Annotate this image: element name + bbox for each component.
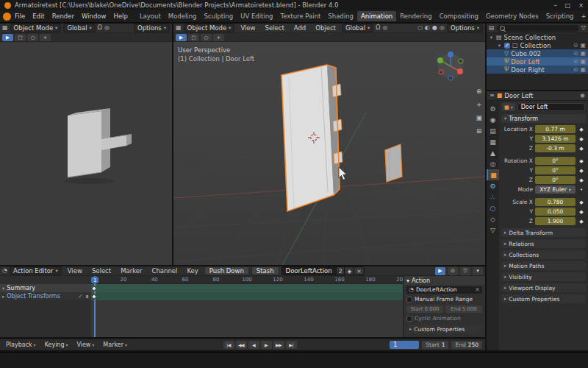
tab-scene[interactable]: ▲ xyxy=(487,147,499,158)
shading-material-icon[interactable]: ● xyxy=(432,25,437,31)
object-name-field[interactable]: Door Left xyxy=(517,103,585,111)
section-motion-paths[interactable]: ▸Motion Paths xyxy=(501,261,586,270)
channel-object-transforms[interactable]: ▸ Object Transforms ✓ ∎ xyxy=(0,292,91,300)
door-right-object[interactable] xyxy=(385,144,402,182)
workspace-tab-sculpting[interactable]: Sculpting xyxy=(200,11,237,21)
filter-funnel-icon[interactable]: ▽ xyxy=(581,25,586,31)
section-visibility[interactable]: ▸Visibility xyxy=(501,272,586,281)
tab-constraints[interactable]: ◇ xyxy=(487,213,499,224)
outliner-row-cube[interactable]: ▽ Cube.002 ⊙ ▣ xyxy=(487,49,588,57)
workspace-tab-rendering[interactable]: Rendering xyxy=(396,11,435,21)
fake-user-icon[interactable]: ◈ xyxy=(345,266,354,275)
viewport-right[interactable]: ▦ Object Mode View Select Add Object Glo… xyxy=(173,24,485,265)
section-collections[interactable]: ▸Collections xyxy=(501,250,586,259)
menu-view[interactable]: View xyxy=(237,24,259,32)
location-y-field[interactable]: 3.1426 m xyxy=(535,135,576,143)
zoom-icon[interactable]: ⊕ xyxy=(476,88,482,95)
rotation-z-field[interactable]: 0° xyxy=(535,176,576,184)
menu-playback[interactable]: Playback xyxy=(3,342,39,348)
tool-box-select-icon[interactable]: □ xyxy=(15,34,26,41)
mode-dropdown-right[interactable]: Object Mode xyxy=(184,24,235,32)
jump-to-end-button[interactable]: ▶| xyxy=(286,341,297,349)
hide-eye-icon[interactable]: ⊙ xyxy=(573,51,578,57)
channel-lock-icon[interactable]: ∎ xyxy=(85,294,89,300)
outliner-row-scene-collection[interactable]: ▾ ▤ Scene Collection xyxy=(487,33,588,41)
menu-keying[interactable]: Keying xyxy=(42,342,71,348)
tool-circle-select-icon[interactable]: ○ xyxy=(201,34,212,41)
tool-move-icon[interactable]: + xyxy=(213,34,224,41)
maximize-button[interactable]: □ xyxy=(565,2,571,9)
editor-type-icon-viewport[interactable]: ▦ xyxy=(2,25,8,31)
menu-edit[interactable]: Edit xyxy=(29,13,48,20)
action-panel-header[interactable]: ▾ Action xyxy=(404,276,485,285)
rotation-y-field[interactable]: 0° xyxy=(535,166,576,174)
tool-tweak-select-icon[interactable]: ▶ xyxy=(2,34,13,41)
keyframe-diamond-icon[interactable]: ◆ xyxy=(578,209,585,215)
menu-view[interactable]: View xyxy=(74,342,97,348)
section-relations[interactable]: ▸Relations xyxy=(501,239,586,248)
menu-object[interactable]: Object xyxy=(312,24,340,32)
disable-render-icon[interactable]: ▣ xyxy=(580,59,586,65)
tab-object-data[interactable]: ▽ xyxy=(487,224,499,236)
channel-enable-icon[interactable]: ✓ xyxy=(78,294,83,300)
tab-view-layer[interactable]: ▦ xyxy=(487,136,499,147)
snap-magnet-icon-right[interactable]: Ω xyxy=(376,25,380,31)
shading-solid-icon[interactable]: ◐ xyxy=(425,25,430,31)
tab-modifiers[interactable]: ⚙ xyxy=(487,180,499,191)
menu-marker[interactable]: Marker xyxy=(100,342,130,348)
workspace-tab-texture-paint[interactable]: Texture Paint xyxy=(277,11,325,21)
play-button[interactable]: ▶ xyxy=(261,341,272,349)
menu-select[interactable]: Select xyxy=(262,24,288,32)
transform-panel-header[interactable]: ▾ Transform xyxy=(501,114,586,123)
current-frame-badge[interactable]: 1 xyxy=(91,277,98,283)
frame-end-field[interactable]: End250 xyxy=(451,341,482,349)
section-custom-properties-sidebar[interactable]: ▸Custom Properties xyxy=(406,325,482,333)
frame-range-start-field[interactable]: Start0.000 xyxy=(406,305,443,313)
jump-to-start-button[interactable]: |◀ xyxy=(223,341,234,349)
tab-physics[interactable]: ○ xyxy=(487,202,499,213)
workspace-tab-modeling[interactable]: Modeling xyxy=(165,11,201,21)
menu-render[interactable]: Render xyxy=(49,13,78,20)
proportional-edit-icon-right[interactable]: ◎ xyxy=(382,25,387,31)
previous-keyframe-button[interactable]: ◀◀ xyxy=(236,341,247,349)
editor-type-icon-viewport[interactable]: ▦ xyxy=(176,25,182,31)
outliner-row-collection[interactable]: ▾ ✓ □ Collection ⊙ ▣ xyxy=(487,41,588,49)
action-name-field[interactable]: DoorLeftAction xyxy=(282,266,337,275)
shading-wireframe-icon[interactable]: ○ xyxy=(417,25,423,31)
workspace-tab-animation[interactable]: Animation xyxy=(357,11,396,21)
viewport-right-canvas[interactable] xyxy=(173,42,485,265)
keyframe-diamond-icon[interactable]: ◆ xyxy=(578,177,585,183)
menu-add[interactable]: Add xyxy=(290,24,309,32)
tool-box-select-icon[interactable]: □ xyxy=(188,34,199,41)
menu-marker[interactable]: Marker xyxy=(117,267,146,275)
object-type-selector[interactable]: ■ xyxy=(502,103,515,111)
workspace-tab-compositing[interactable]: Compositing xyxy=(436,11,482,21)
filter-funnel-icon[interactable]: ▽ xyxy=(460,267,470,275)
options-dropdown-right[interactable]: Options xyxy=(447,24,483,32)
viewport-left-canvas[interactable] xyxy=(0,42,172,265)
editor-type-icon-dopesheet[interactable]: ◔ xyxy=(2,268,7,274)
section-viewport-display[interactable]: ▸Viewport Display xyxy=(501,283,586,292)
disable-render-icon[interactable]: ▣ xyxy=(580,51,586,57)
next-keyframe-button[interactable]: ▶▶ xyxy=(273,341,284,349)
menu-file[interactable]: File xyxy=(11,13,29,20)
filter-dropdown-icon[interactable]: ▾ xyxy=(473,267,483,275)
tab-object[interactable]: ■ xyxy=(487,169,499,180)
workspace-tab-scripting[interactable]: Scripting xyxy=(542,11,578,21)
tab-output[interactable]: ▤ xyxy=(487,125,499,136)
workspace-tab-geometry-nodes[interactable]: Geometry Nodes xyxy=(482,11,542,21)
editor-type-icon-outliner[interactable]: ▤ xyxy=(489,25,495,31)
workspace-tab-uv-editing[interactable]: UV Editing xyxy=(237,11,276,21)
disable-render-icon[interactable]: ▣ xyxy=(580,43,586,49)
menu-view[interactable]: View xyxy=(64,267,86,275)
workspace-tab-shading[interactable]: Shading xyxy=(324,11,357,21)
frame-ruler[interactable]: 20 40 60 80 100 120 140 160 180 200 xyxy=(91,276,403,284)
location-z-field[interactable]: -0.3 m xyxy=(535,144,576,152)
animate-dot-icon[interactable]: • xyxy=(578,187,585,193)
outliner-row-door-left[interactable]: Ψ Door Left ⊙ ▣ xyxy=(487,57,588,66)
menu-window[interactable]: Window xyxy=(78,13,110,20)
orientation-dropdown-right[interactable]: Global xyxy=(342,24,373,32)
channel-summary[interactable]: ▾ Summary xyxy=(0,284,91,292)
keyframe-area[interactable]: 20 40 60 80 100 120 140 160 180 200 1 xyxy=(91,276,403,337)
expand-arrow-icon[interactable]: ▾ xyxy=(2,286,4,291)
